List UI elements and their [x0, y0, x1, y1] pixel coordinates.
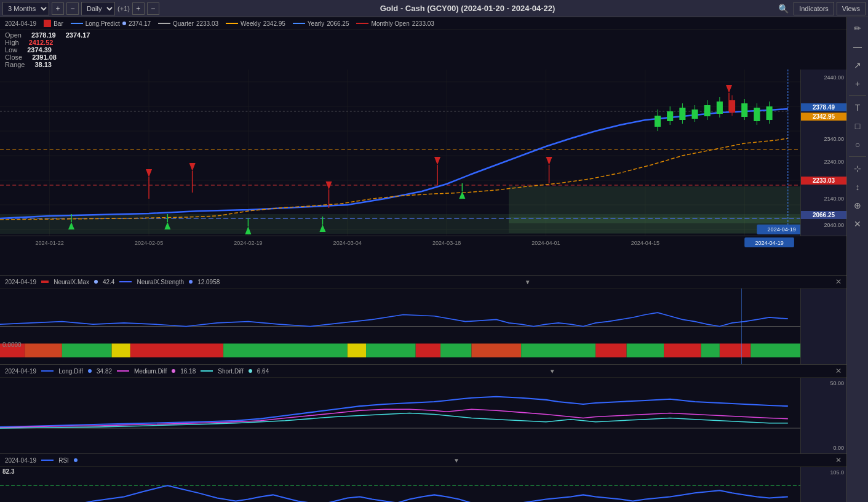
- rsi-label: RSI: [58, 457, 69, 464]
- indicators-btn[interactable]: Indicators: [794, 2, 834, 15]
- svg-rect-17: [0, 214, 800, 234]
- rsi-header: 2024-04-19 RSI ▼ ✕: [0, 454, 846, 467]
- circle-tool-btn[interactable]: ○: [849, 136, 866, 153]
- long-predict-dot: [122, 22, 126, 25]
- draw-pencil-btn[interactable]: ✏: [849, 20, 866, 37]
- cursor-btn[interactable]: ⊹: [849, 160, 866, 177]
- weekly-val: 2342.95: [263, 20, 285, 27]
- svg-text:2024-04-15: 2024-04-15: [631, 240, 659, 246]
- main-container: 2024-04-19 Bar Long.Predict 2374.17 Quar…: [0, 17, 868, 502]
- svg-rect-84: [366, 343, 416, 357]
- svg-marker-24: [189, 163, 196, 171]
- delete-btn[interactable]: ✕: [849, 215, 866, 233]
- neuralx-body: 0.0000: [0, 289, 846, 364]
- svg-rect-89: [595, 343, 626, 357]
- price-2340: 2340.00: [824, 136, 844, 142]
- svg-rect-92: [701, 343, 720, 357]
- diff-level-0: 0.00: [803, 445, 844, 451]
- chart-canvas-area: 2024-04-19 2440.00 2378.49 2342.95 2340.…: [0, 70, 846, 236]
- crosshair-btn[interactable]: +: [849, 75, 866, 92]
- svg-rect-86: [440, 343, 471, 357]
- low-label: Low: [5, 46, 17, 54]
- neuralx-svg: [0, 289, 800, 364]
- diff-close[interactable]: ✕: [835, 367, 842, 375]
- chart-svg-wrapper: 2024-04-19: [0, 70, 800, 236]
- right-toolbar: ✏ — ↗ + T □ ○ ⊹ ↕ ⊕ ✕: [846, 17, 868, 502]
- adj-sub-btn[interactable]: −: [147, 2, 159, 15]
- legend-quarter: Quarter 2233.03: [158, 20, 218, 27]
- long-diff-dot: [88, 369, 92, 373]
- neuralx-close[interactable]: ✕: [835, 277, 842, 286]
- svg-rect-90: [627, 343, 664, 357]
- bar-label: Bar: [54, 20, 63, 27]
- interval-select[interactable]: Daily: [81, 2, 115, 15]
- open-label: Open: [5, 31, 22, 39]
- open-val: 2378.19: [31, 31, 56, 39]
- price-2040: 2040.00: [824, 222, 844, 228]
- diff-dropdown[interactable]: ▼: [549, 368, 555, 375]
- text-tool-btn[interactable]: T: [849, 99, 866, 116]
- yearly-val: 2066.25: [327, 20, 349, 27]
- rsi-dot: [74, 458, 78, 462]
- short-diff-label: Short.Diff: [218, 368, 244, 375]
- neuralx-chart: 0.0000: [0, 289, 800, 364]
- rsi-panel: 2024-04-19 RSI ▼ ✕: [0, 454, 846, 502]
- search-btn[interactable]: 🔍: [776, 4, 791, 14]
- svg-text:2024-04-19: 2024-04-19: [755, 240, 783, 246]
- adj-add-btn[interactable]: +: [132, 2, 145, 15]
- svg-rect-78: [25, 343, 62, 357]
- svg-rect-94: [751, 343, 800, 357]
- measure-btn[interactable]: ↕: [849, 178, 866, 196]
- weekly-color: [226, 23, 238, 24]
- long-diff-val: 34.82: [97, 368, 112, 375]
- neuralx-max-dot: [94, 280, 98, 284]
- long-predict-display: 2374.17: [66, 31, 90, 39]
- period-sub-btn[interactable]: −: [66, 2, 79, 15]
- price-2140: 2140.00: [824, 196, 844, 202]
- period-add-btn[interactable]: +: [52, 2, 64, 15]
- svg-text:2024-04-01: 2024-04-01: [532, 240, 560, 246]
- draw-arrow-btn[interactable]: ↗: [849, 57, 866, 74]
- neuralx-header: 2024-04-19 NeuralX.Max 42.4 NeuralX.Stre…: [0, 276, 846, 289]
- svg-rect-55: [717, 102, 723, 114]
- date-axis-svg: 2024-01-22 2024-02-05 2024-02-19 2024-03…: [0, 236, 800, 249]
- svg-rect-87: [471, 343, 521, 357]
- draw-line-btn[interactable]: —: [849, 38, 866, 55]
- svg-marker-32: [726, 85, 732, 93]
- svg-marker-28: [434, 157, 440, 165]
- rect-tool-btn[interactable]: □: [849, 118, 866, 135]
- low-val: 2374.39: [27, 46, 52, 54]
- rsi-dropdown[interactable]: ▼: [453, 457, 460, 464]
- rsi-axis: 105.0 55.0 5.0: [800, 467, 846, 502]
- monthly-val: 2233.03: [412, 20, 434, 27]
- weekly-label: Weekly: [241, 20, 261, 27]
- legend-bar: Bar: [44, 20, 63, 27]
- rsi-close[interactable]: ✕: [835, 456, 842, 464]
- neuralx-dropdown[interactable]: ▼: [525, 279, 531, 285]
- range-label: Range: [5, 61, 25, 68]
- quarter-color: [158, 23, 170, 24]
- med-diff-dot: [172, 369, 175, 373]
- long-diff-label: Long.Diff: [58, 368, 83, 375]
- svg-rect-61: [766, 106, 773, 120]
- chart-title: Gold - Cash (GCY00) (2024-01-20 - 2024-0…: [162, 4, 773, 13]
- svg-rect-81: [130, 343, 223, 357]
- zoom-btn[interactable]: ⊕: [849, 197, 866, 214]
- rsi-color: [41, 460, 54, 461]
- views-btn[interactable]: Views: [837, 2, 866, 15]
- legend-long-predict: Long.Predict 2374.17: [71, 20, 151, 27]
- price-2240: 2240.00: [824, 159, 844, 165]
- med-diff-color: [117, 370, 129, 372]
- svg-rect-91: [664, 343, 701, 357]
- price-yearly-label: 2066.25: [801, 211, 846, 219]
- med-diff-label: Medium.Diff: [134, 368, 167, 375]
- period-select[interactable]: 3 Months: [2, 2, 49, 15]
- legend-weekly: Weekly 2342.95: [226, 20, 285, 27]
- rsi-chart: 82.3: [0, 467, 800, 502]
- svg-rect-59: [754, 108, 760, 121]
- svg-text:2024-03-18: 2024-03-18: [432, 240, 461, 246]
- svg-rect-88: [521, 343, 595, 357]
- neuralx-max-label: NeuralX.Max: [54, 279, 89, 285]
- med-diff-val: 16.18: [180, 368, 196, 375]
- bar-icon: [44, 20, 51, 27]
